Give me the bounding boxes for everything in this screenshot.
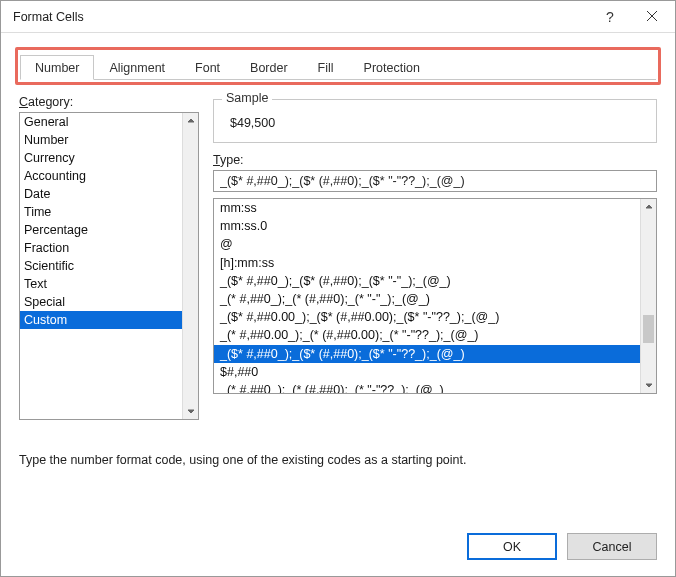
- format-cells-dialog: Format Cells ? Number Alignment Font Bor…: [0, 0, 676, 577]
- sample-groupbox: Sample $49,500: [213, 99, 657, 143]
- ok-button[interactable]: OK: [467, 533, 557, 560]
- footer: OK Cancel: [1, 521, 675, 576]
- dialog-body: Category: GeneralNumberCurrencyAccountin…: [1, 85, 675, 521]
- tab-fill[interactable]: Fill: [303, 55, 349, 79]
- cancel-button[interactable]: Cancel: [567, 533, 657, 560]
- list-item[interactable]: _(* #,##0.00_);_(* (#,##0.00);_(* "-"??_…: [214, 326, 640, 344]
- list-item[interactable]: _($* #,##0_);_($* (#,##0);_($* "-"??_);_…: [214, 345, 640, 363]
- list-item[interactable]: _(* #,##0_);_(* (#,##0);_(* "-"??_);_(@_…: [214, 381, 640, 393]
- tabs-highlight-frame: Number Alignment Font Border Fill Protec…: [15, 47, 661, 85]
- category-label: Category:: [19, 95, 199, 109]
- window-title: Format Cells: [13, 10, 589, 24]
- category-column: Category: GeneralNumberCurrencyAccountin…: [19, 95, 199, 425]
- titlebar: Format Cells ?: [1, 1, 675, 33]
- list-item[interactable]: Special: [20, 293, 182, 311]
- list-item[interactable]: Percentage: [20, 221, 182, 239]
- list-item[interactable]: @: [214, 235, 640, 253]
- scroll-up-icon[interactable]: [641, 199, 656, 215]
- list-item[interactable]: $#,##0: [214, 363, 640, 381]
- scroll-up-icon[interactable]: [183, 113, 198, 129]
- type-items: mm:ssmm:ss.0@[h]:mm:ss_($* #,##0_);_($* …: [214, 199, 640, 393]
- type-label: Type:: [213, 153, 657, 167]
- scroll-thumb[interactable]: [643, 315, 654, 343]
- list-item[interactable]: mm:ss: [214, 199, 640, 217]
- category-listbox[interactable]: GeneralNumberCurrencyAccountingDateTimeP…: [19, 112, 199, 420]
- list-item[interactable]: _($* #,##0.00_);_($* (#,##0.00);_($* "-"…: [214, 308, 640, 326]
- list-item[interactable]: Fraction: [20, 239, 182, 257]
- right-column: Sample $49,500 Type: mm:ssmm:ss.0@[h]:mm…: [213, 95, 657, 425]
- help-button[interactable]: ?: [589, 2, 631, 32]
- columns: Category: GeneralNumberCurrencyAccountin…: [19, 95, 657, 425]
- list-item[interactable]: Custom: [20, 311, 182, 329]
- button-label: Cancel: [593, 540, 632, 554]
- tab-font[interactable]: Font: [180, 55, 235, 79]
- tab-number[interactable]: Number: [20, 55, 94, 80]
- help-icon: ?: [606, 9, 614, 25]
- type-listbox[interactable]: mm:ssmm:ss.0@[h]:mm:ss_($* #,##0_);_($* …: [213, 198, 657, 394]
- scroll-down-icon[interactable]: [183, 403, 198, 419]
- scroll-down-icon[interactable]: [641, 377, 656, 393]
- list-item[interactable]: Scientific: [20, 257, 182, 275]
- tab-label: Protection: [364, 61, 420, 75]
- list-item[interactable]: Number: [20, 131, 182, 149]
- category-items: GeneralNumberCurrencyAccountingDateTimeP…: [20, 113, 182, 419]
- list-item[interactable]: _(* #,##0_);_(* (#,##0);_(* "-"_);_(@_): [214, 290, 640, 308]
- list-item[interactable]: [h]:mm:ss: [214, 254, 640, 272]
- hint-text: Type the number format code, using one o…: [19, 453, 657, 467]
- tabs: Number Alignment Font Border Fill Protec…: [20, 52, 656, 80]
- tab-alignment[interactable]: Alignment: [94, 55, 180, 79]
- scrollbar[interactable]: [182, 113, 198, 419]
- tab-label: Alignment: [109, 61, 165, 75]
- list-item[interactable]: _($* #,##0_);_($* (#,##0);_($* "-"_);_(@…: [214, 272, 640, 290]
- sample-value: $49,500: [230, 116, 646, 130]
- tab-label: Border: [250, 61, 288, 75]
- type-input[interactable]: [213, 170, 657, 192]
- scrollbar[interactable]: [640, 199, 656, 393]
- sample-legend: Sample: [222, 91, 272, 105]
- list-item[interactable]: Text: [20, 275, 182, 293]
- list-item[interactable]: Time: [20, 203, 182, 221]
- tab-label: Font: [195, 61, 220, 75]
- tab-border[interactable]: Border: [235, 55, 303, 79]
- close-button[interactable]: [631, 2, 673, 32]
- list-item[interactable]: General: [20, 113, 182, 131]
- list-item[interactable]: Date: [20, 185, 182, 203]
- close-icon: [646, 8, 658, 26]
- tab-protection[interactable]: Protection: [349, 55, 435, 79]
- button-label: OK: [503, 540, 521, 554]
- list-item[interactable]: Currency: [20, 149, 182, 167]
- tab-label: Fill: [318, 61, 334, 75]
- list-item[interactable]: Accounting: [20, 167, 182, 185]
- list-item[interactable]: mm:ss.0: [214, 217, 640, 235]
- tab-label: Number: [35, 61, 79, 75]
